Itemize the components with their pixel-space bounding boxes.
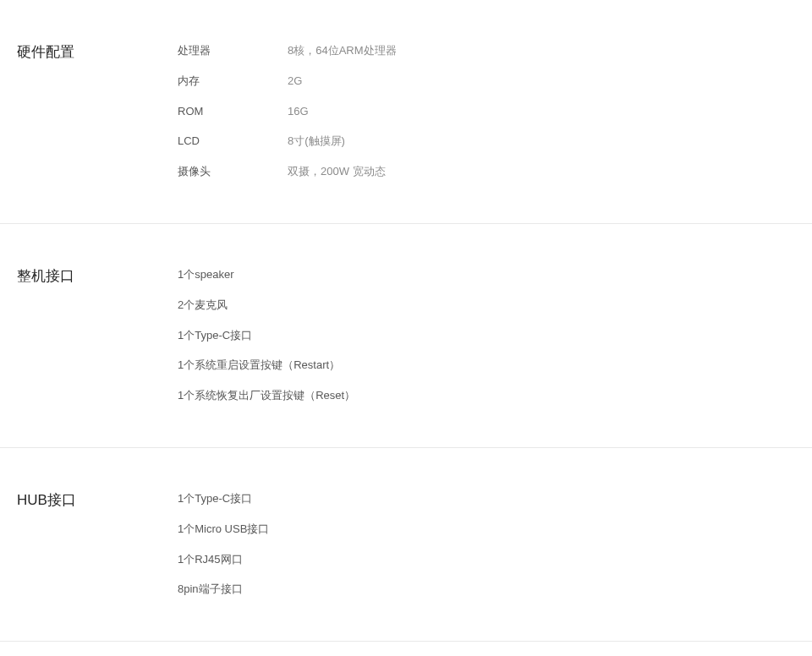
spec-label: 摄像头 [178, 163, 288, 181]
spec-value: 16G [288, 103, 309, 121]
spec-value: 2G [288, 73, 302, 90]
spec-row: 处理器 8核，64位ARM处理器 [178, 42, 795, 60]
spec-row: LCD 8寸(触摸屏) [178, 133, 795, 150]
list-item: 1个系统重启设置按键（Restart） [178, 357, 795, 374]
spec-label: LCD [178, 133, 288, 150]
spec-label: 内存 [178, 73, 288, 90]
list-item: 8pin端子接口 [178, 581, 795, 599]
section-machine-ports: 整机接口 1个speaker 2个麦克风 1个Type-C接口 1个系统重启设置… [0, 224, 812, 448]
list-item: 1个Type-C接口 [178, 490, 795, 508]
section-title-machine-ports: 整机接口 [17, 266, 178, 405]
list-item: 1个系统恢复出厂设置按键（Reset） [178, 387, 795, 405]
section-hub-ports: HUB接口 1个Type-C接口 1个Micro USB接口 1个RJ45网口 … [0, 448, 812, 642]
spec-row: 内存 2G [178, 73, 795, 90]
spec-value: 双摄，200W 宽动态 [288, 163, 386, 181]
section-hardware: 硬件配置 处理器 8核，64位ARM处理器 内存 2G ROM 16G LCD … [0, 0, 812, 224]
section-content-hub-ports: 1个Type-C接口 1个Micro USB接口 1个RJ45网口 8pin端子… [178, 490, 795, 599]
section-content-hardware: 处理器 8核，64位ARM处理器 内存 2G ROM 16G LCD 8寸(触摸… [178, 42, 795, 181]
spec-value: 8核，64位ARM处理器 [288, 42, 397, 60]
list-item: 1个Micro USB接口 [178, 521, 795, 538]
list-item: 1个Type-C接口 [178, 327, 795, 345]
section-title-hub-ports: HUB接口 [17, 490, 178, 599]
section-content-machine-ports: 1个speaker 2个麦克风 1个Type-C接口 1个系统重启设置按键（Re… [178, 266, 795, 405]
spec-row: ROM 16G [178, 103, 795, 121]
spec-label: ROM [178, 103, 288, 121]
list-item: 1个RJ45网口 [178, 551, 795, 569]
list-item: 1个speaker [178, 266, 795, 284]
list-item: 2个麦克风 [178, 297, 795, 314]
spec-row: 摄像头 双摄，200W 宽动态 [178, 163, 795, 181]
spec-value: 8寸(触摸屏) [288, 133, 345, 150]
spec-label: 处理器 [178, 42, 288, 60]
section-title-hardware: 硬件配置 [17, 42, 178, 181]
